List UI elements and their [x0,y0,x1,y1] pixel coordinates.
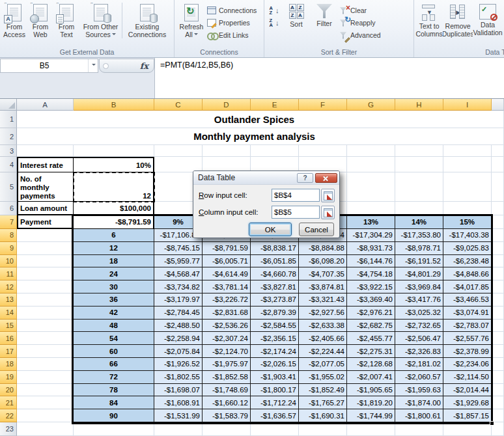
payment-cell[interactable]: -$1,819.20 [347,396,395,409]
subtitle-cell[interactable]: Monthly payment analysis [17,128,492,145]
rate-header-cell[interactable]: 13% [347,215,395,229]
empty-cell[interactable] [17,307,74,320]
payment-cell[interactable]: -$3,922.15 [347,280,395,293]
payment-cell[interactable]: -$1,531.99 [154,409,203,422]
payment-cell[interactable]: -$4,754.18 [347,267,395,280]
payment-cell[interactable]: -$2,356.15 [251,332,299,345]
empty-cell[interactable] [492,280,504,293]
payment-cell[interactable]: -$2,976.21 [347,307,395,320]
range-selector-icon[interactable] [321,206,335,219]
column-header-f[interactable]: F [299,99,347,111]
reapply-button[interactable]: ↻ Reapply [339,18,395,28]
empty-cell[interactable] [17,280,74,293]
empty-cell[interactable] [17,345,74,358]
row-header[interactable]: 18 [0,358,17,371]
payment-cell[interactable]: -$6,005.71 [203,255,251,268]
months-cell[interactable]: 42 [74,307,154,320]
row-header[interactable]: 9 [0,242,17,255]
payment-cell[interactable]: -$1,636.57 [251,409,299,422]
payment-cell[interactable]: -$3,273.87 [251,293,299,307]
formula-input[interactable]: =PMT(B4/12,B5,B6) [154,58,504,98]
empty-cell[interactable] [203,145,251,157]
empty-cell[interactable] [395,202,443,215]
payment-cell[interactable]: -$3,074.91 [443,307,492,320]
payment-cell[interactable]: -$1,852.58 [203,371,251,384]
payment-cell[interactable]: -$3,466.53 [443,293,492,307]
payment-cell[interactable]: -$3,321.43 [299,293,347,307]
name-box[interactable]: B5 [0,59,98,73]
empty-cell[interactable] [17,267,74,280]
row-header-5[interactable]: 5 [0,172,17,202]
rate-header-cell[interactable]: 15% [443,215,492,229]
cell-A4-interest-rate[interactable]: Interest rate [17,157,74,172]
row-header[interactable]: 17 [0,345,17,358]
empty-cell[interactable] [492,242,504,255]
payment-cell[interactable]: -$2,258.94 [154,332,203,345]
payment-cell[interactable]: -$6,144.76 [347,255,395,268]
empty-cell[interactable] [443,157,492,172]
payment-cell[interactable]: -$6,191.52 [395,255,443,268]
row-header-23[interactable]: 23 [0,422,17,436]
payment-cell[interactable]: -$2,326.83 [395,345,443,358]
empty-cell[interactable] [443,202,492,215]
row-header[interactable]: 14 [0,307,17,320]
months-cell[interactable]: 24 [74,267,154,280]
empty-cell[interactable] [17,332,74,345]
months-cell[interactable]: 90 [74,409,154,422]
empty-cell[interactable] [492,320,504,333]
payment-cell[interactable]: -$2,405.66 [299,332,347,345]
empty-cell[interactable] [17,145,74,157]
payment-cell[interactable]: -$2,783.07 [443,320,492,333]
months-cell[interactable]: 6 [74,229,154,242]
empty-cell[interactable] [395,422,443,436]
payment-cell[interactable]: -$1,698.07 [154,384,203,397]
payment-cell[interactable]: -$1,955.02 [299,371,347,384]
payment-cell[interactable]: -$1,690.31 [299,409,347,422]
payment-cell[interactable]: -$2,181.02 [395,358,443,371]
payment-cell[interactable]: -$2,488.50 [154,320,203,333]
payment-cell[interactable]: -$1,874.00 [395,396,443,409]
payment-cell[interactable]: -$8,884.88 [299,242,347,255]
clear-button[interactable]: × Clear [339,5,395,16]
payment-cell[interactable]: -$3,734.82 [154,280,203,293]
row-header[interactable]: 15 [0,320,17,333]
payment-cell[interactable]: -$1,929.68 [443,396,492,409]
empty-cell[interactable] [492,332,504,345]
payment-cell[interactable]: -$8,931.73 [347,242,395,255]
empty-cell[interactable] [17,255,74,268]
payment-cell[interactable]: -$17,353.80 [395,229,443,242]
empty-cell[interactable] [17,384,74,397]
from-other-sources-button[interactable]: * From Other Sources [79,3,122,38]
payment-cell[interactable]: -$2,506.47 [395,332,443,345]
months-cell[interactable]: 72 [74,371,154,384]
name-box-dropdown[interactable] [88,59,98,72]
payment-cell[interactable]: -$6,051.85 [251,255,299,268]
cell-A7-payment-label[interactable]: Payment [17,215,74,229]
cell-B5-payments-value[interactable]: 12 [74,172,154,202]
cell-B6-loan-value[interactable]: $100,000 [74,202,154,215]
empty-cell[interactable] [443,145,492,157]
payment-cell[interactable]: -$1,852.49 [299,384,347,397]
payment-cell[interactable]: -$2,026.15 [251,358,299,371]
payment-cell[interactable]: -$2,224.44 [299,345,347,358]
empty-cell[interactable] [17,358,74,371]
payment-cell[interactable]: -$3,827.81 [251,280,299,293]
remove-duplicates-button[interactable]: ▶ Remove Duplicates [443,3,473,38]
empty-cell[interactable] [492,145,504,157]
from-access-button[interactable]: *A From Access [1,3,27,38]
payment-cell[interactable]: -$4,660.78 [251,267,299,280]
empty-cell[interactable] [347,202,395,215]
row-header[interactable]: 19 [0,371,17,384]
payment-cell[interactable]: -$2,584.55 [251,320,299,333]
payment-cell[interactable]: -$1,926.52 [154,358,203,371]
column-header-c[interactable]: C [154,99,203,111]
empty-cell[interactable] [492,229,504,242]
edit-links-button[interactable]: Edit Links [207,30,262,40]
payment-cell[interactable]: -$3,874.81 [299,280,347,293]
payment-cell[interactable]: -$2,124.70 [203,345,251,358]
row-header-7[interactable]: 7 [0,215,17,229]
payment-cell[interactable]: -$2,831.68 [203,307,251,320]
payment-cell[interactable]: -$3,369.40 [347,293,395,307]
months-cell[interactable]: 18 [74,255,154,268]
row-header[interactable]: 11 [0,267,17,280]
